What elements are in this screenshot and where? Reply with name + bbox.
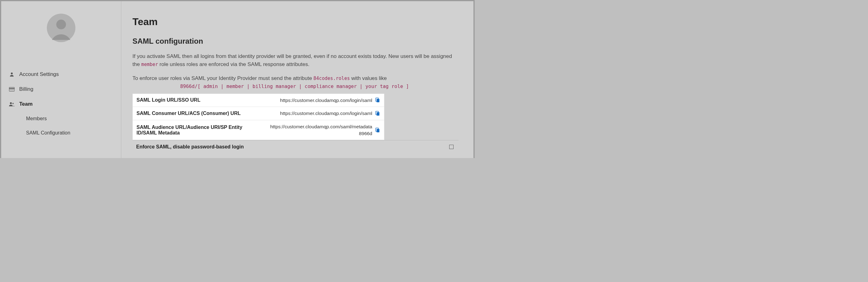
table-row: SAML Login URL/SSO URL https://customer.… (133, 94, 384, 107)
sidebar-item-billing[interactable]: Billing (1, 82, 121, 97)
saml-login-url-value: https://customer.cloudamqp.com/login/sam… (280, 97, 372, 104)
svg-rect-12 (377, 129, 379, 132)
svg-rect-4 (9, 88, 14, 89)
sidebar-item-label: Team (19, 101, 33, 107)
svg-point-6 (12, 103, 14, 104)
roles-example-code: 8966d/[ admin | member | billing manager… (132, 84, 459, 89)
page-title: Team (132, 16, 459, 28)
user-icon (9, 72, 15, 77)
sidebar-item-team[interactable]: Team (1, 97, 121, 112)
svg-rect-10 (377, 112, 379, 115)
sidebar-nav: Account Settings Billing Team Members (1, 67, 121, 140)
saml-description-2: To enforce user roles via SAML your Iden… (132, 74, 459, 82)
sidebar-subitem-label: SAML Configuration (26, 130, 70, 135)
saml-description-1: If you activate SAML then all logins fro… (132, 52, 459, 68)
saml-audience-url-label: SAML Audience URL/Audience URI/SP Entity… (136, 125, 254, 136)
sidebar-subitem-label: Members (26, 116, 47, 121)
sidebar-item-account-settings[interactable]: Account Settings (1, 67, 121, 82)
svg-point-2 (11, 72, 13, 74)
table-row: SAML Consumer URL/ACS (Consumer) URL htt… (133, 107, 384, 120)
copy-icon[interactable] (374, 110, 380, 116)
copy-icon[interactable] (374, 127, 380, 133)
enforce-saml-label: Enforce SAML, disable password-based log… (136, 144, 244, 150)
saml-audience-url-value: https://customer.cloudamqp.com/saml/meta… (257, 124, 372, 137)
roles-attribute-code: 84codes.roles (313, 76, 350, 81)
svg-point-1 (56, 20, 66, 29)
saml-url-table: SAML Login URL/SSO URL https://customer.… (132, 94, 384, 140)
member-code: member (141, 62, 158, 67)
enforce-saml-checkbox[interactable] (449, 145, 454, 149)
svg-point-5 (10, 102, 12, 104)
section-title: SAML configuration (132, 37, 459, 45)
saml-login-url-label: SAML Login URL/SSO URL (136, 97, 254, 103)
saml-consumer-url-value: https://customer.cloudamqp.com/login/sam… (280, 110, 372, 117)
svg-rect-8 (377, 99, 379, 102)
saml-consumer-url-label: SAML Consumer URL/ACS (Consumer) URL (136, 111, 254, 116)
sidebar: Account Settings Billing Team Members (1, 1, 121, 158)
copy-icon[interactable] (374, 97, 380, 103)
avatar (1, 14, 121, 42)
users-icon (9, 102, 15, 107)
sidebar-item-label: Billing (19, 86, 33, 92)
card-icon (9, 87, 15, 92)
table-row: SAML Audience URL/Audience URI/SP Entity… (133, 120, 384, 140)
enforce-saml-row: Enforce SAML, disable password-based log… (132, 140, 459, 153)
sidebar-subitem-members[interactable]: Members (1, 112, 121, 126)
sidebar-item-label: Account Settings (19, 71, 59, 77)
main-content: Team SAML configuration If you activate … (121, 1, 473, 158)
sidebar-subitem-saml-configuration[interactable]: SAML Configuration (1, 126, 121, 140)
